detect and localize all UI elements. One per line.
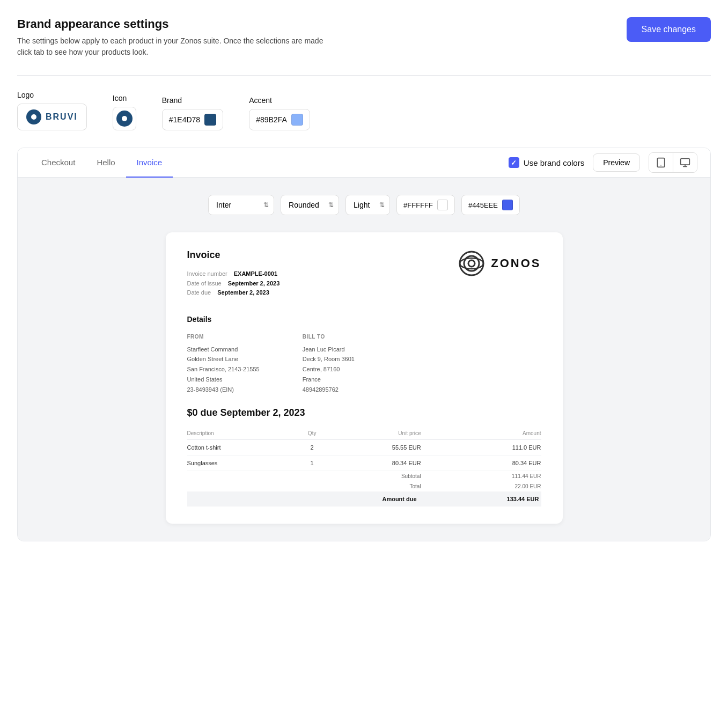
theme-select[interactable]: Light Dark bbox=[345, 195, 390, 215]
bill-address: BILL TO Jean Luc Picard Deck 9, Room 360… bbox=[303, 332, 355, 394]
use-brand-colors-toggle[interactable]: Use brand colors bbox=[509, 157, 584, 168]
amount-due-value: 133.44 EUR bbox=[421, 491, 541, 507]
border-select-wrapper: Rounded Sharp bbox=[281, 195, 339, 215]
col-amount: Amount bbox=[421, 427, 541, 440]
text-color-hex: #445EEE bbox=[468, 201, 498, 209]
invoice-due-label: Date due bbox=[187, 288, 211, 298]
invoice-due-row: Date due September 2, 2023 bbox=[187, 288, 280, 298]
tab-invoice[interactable]: Invoice bbox=[126, 148, 173, 178]
logo-label: Logo bbox=[17, 91, 87, 99]
col-qty: Qty bbox=[298, 427, 326, 440]
row1-amount: 111.0 EUR bbox=[421, 440, 541, 456]
col-unit-price: Unit price bbox=[326, 427, 421, 440]
total-label: Total bbox=[187, 481, 421, 491]
from-bill-row: FROM Starfleet Command Golden Street Lan… bbox=[187, 332, 541, 394]
accent-color-field: Accent #89B2FA bbox=[249, 96, 310, 130]
brand-color-swatch bbox=[204, 114, 216, 126]
col-description: Description bbox=[187, 427, 299, 440]
from-label: FROM bbox=[187, 332, 260, 341]
amount-due-row: Amount due 133.44 EUR bbox=[187, 491, 541, 507]
page-header: Brand appearance settings The settings b… bbox=[17, 17, 711, 58]
invoice-due-value: September 2, 2023 bbox=[217, 288, 269, 298]
tab-checkout[interactable]: Checkout bbox=[31, 148, 86, 178]
tab-items: Checkout Hello Invoice bbox=[31, 148, 509, 177]
tablet-view-button[interactable] bbox=[649, 153, 673, 172]
from-address: FROM Starfleet Command Golden Street Lan… bbox=[187, 332, 260, 394]
accent-color-input[interactable]: #89B2FA bbox=[249, 109, 310, 130]
tabs-right: Use brand colors Preview bbox=[509, 152, 697, 173]
invoice-meta: Invoice number EXAMPLE-0001 Date of issu… bbox=[187, 269, 280, 298]
icon-display[interactable] bbox=[113, 107, 136, 130]
bg-color-control[interactable]: #FFFFFF bbox=[396, 195, 455, 215]
svg-rect-2 bbox=[681, 159, 690, 165]
total-row: Total 22.00 EUR bbox=[187, 481, 541, 491]
icon-circle-inner bbox=[122, 116, 127, 121]
table-row: Sunglasses 1 80.34 EUR 80.34 EUR bbox=[187, 456, 541, 471]
invoice-title-block: Invoice Invoice number EXAMPLE-0001 Date… bbox=[187, 249, 280, 298]
zonos-logo: ZONOS bbox=[458, 249, 541, 277]
view-toggles bbox=[649, 152, 697, 173]
svg-rect-0 bbox=[657, 158, 664, 167]
subtotal-row: Subtotal 111.44 EUR bbox=[187, 471, 541, 482]
logo-display[interactable]: BRUVI bbox=[17, 104, 87, 130]
zonos-ring-icon bbox=[458, 249, 486, 277]
bill-phone: 48942895762 bbox=[303, 385, 355, 395]
brand-color-input[interactable]: #1E4D78 bbox=[162, 109, 223, 130]
accent-color-swatch bbox=[291, 114, 303, 126]
logo-field: Logo BRUVI bbox=[17, 91, 87, 130]
svg-point-7 bbox=[468, 260, 475, 267]
accent-color-hex: #89B2FA bbox=[256, 115, 287, 124]
desktop-view-button[interactable] bbox=[673, 153, 697, 172]
invoice-number-row: Invoice number EXAMPLE-0001 bbox=[187, 269, 280, 279]
desktop-icon bbox=[680, 157, 690, 168]
tab-content: Inter Roboto Open Sans Rounded Sharp Lig… bbox=[18, 178, 710, 541]
border-select[interactable]: Rounded Sharp bbox=[281, 195, 339, 215]
zonos-wordmark: ZONOS bbox=[491, 256, 541, 270]
row1-unit: 55.55 EUR bbox=[326, 440, 421, 456]
details-title: Details bbox=[187, 315, 541, 324]
page-title: Brand appearance settings bbox=[17, 17, 339, 31]
invoice-number-label: Invoice number bbox=[187, 269, 227, 279]
text-color-control[interactable]: #445EEE bbox=[461, 195, 520, 215]
invoice-date-value: September 2, 2023 bbox=[228, 279, 280, 289]
brand-colors-checkbox[interactable] bbox=[509, 157, 519, 168]
invoice-preview: Invoice Invoice number EXAMPLE-0001 Date… bbox=[166, 232, 563, 524]
invoice-date-label: Date of issue bbox=[187, 279, 222, 289]
row2-desc: Sunglasses bbox=[187, 456, 299, 471]
row2-unit: 80.34 EUR bbox=[326, 456, 421, 471]
row1-qty: 2 bbox=[298, 440, 326, 456]
invoice-number-value: EXAMPLE-0001 bbox=[234, 269, 277, 279]
brand-row: Logo BRUVI Icon Brand #1E4D78 Accent #89… bbox=[17, 91, 711, 130]
logo-circle-icon bbox=[26, 109, 41, 124]
invoice-header-section: Invoice Invoice number EXAMPLE-0001 Date… bbox=[187, 249, 541, 298]
from-address3: United States bbox=[187, 375, 260, 385]
text-color-swatch bbox=[502, 200, 513, 210]
logo-circle-inner bbox=[31, 114, 36, 120]
from-ein: 23-8493943 (EIN) bbox=[187, 385, 260, 395]
bill-address1: Deck 9, Room 3601 bbox=[303, 354, 355, 364]
accent-color-label: Accent bbox=[249, 96, 310, 105]
logo-text: BRUVI bbox=[46, 112, 78, 122]
row1-desc: Cotton t-shirt bbox=[187, 440, 299, 456]
page-description: The settings below apply to each product… bbox=[17, 35, 339, 58]
save-button[interactable]: Save changes bbox=[627, 17, 711, 42]
brand-color-field: Brand #1E4D78 bbox=[162, 96, 223, 130]
row2-amount: 80.34 EUR bbox=[421, 456, 541, 471]
preview-button[interactable]: Preview bbox=[593, 153, 640, 172]
row2-qty: 1 bbox=[298, 456, 326, 471]
from-address1: Golden Street Lane bbox=[187, 354, 260, 364]
bg-color-swatch bbox=[437, 200, 448, 210]
brand-icon bbox=[116, 111, 133, 127]
bill-address2: Centre, 87160 bbox=[303, 364, 355, 375]
controls-row: Inter Roboto Open Sans Rounded Sharp Lig… bbox=[31, 195, 697, 215]
bill-address3: France bbox=[303, 375, 355, 385]
zonos-logo-area: ZONOS bbox=[458, 249, 541, 277]
tab-hello[interactable]: Hello bbox=[86, 148, 126, 178]
subtotal-label: Subtotal bbox=[187, 471, 421, 482]
bill-label: BILL TO bbox=[303, 332, 355, 341]
invoice-date-row: Date of issue September 2, 2023 bbox=[187, 279, 280, 289]
invoice-title: Invoice bbox=[187, 249, 280, 261]
bg-color-hex: #FFFFFF bbox=[403, 201, 433, 209]
font-select[interactable]: Inter Roboto Open Sans bbox=[208, 195, 274, 215]
tablet-icon bbox=[656, 157, 666, 168]
